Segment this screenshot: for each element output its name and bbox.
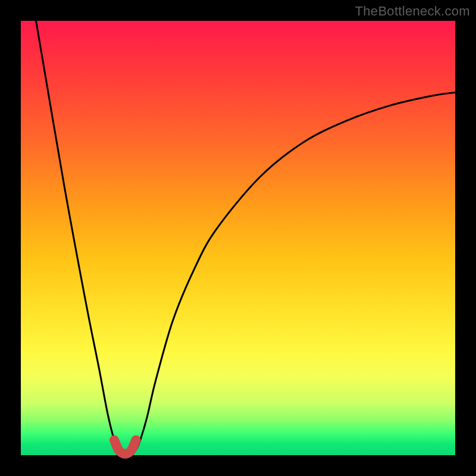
chart-svg xyxy=(21,21,455,455)
watermark-text: TheBottleneck.com xyxy=(355,4,470,19)
bottom-marker-path xyxy=(114,440,136,453)
outer-frame: TheBottleneck.com xyxy=(0,0,476,476)
main-curve-path xyxy=(36,21,455,454)
